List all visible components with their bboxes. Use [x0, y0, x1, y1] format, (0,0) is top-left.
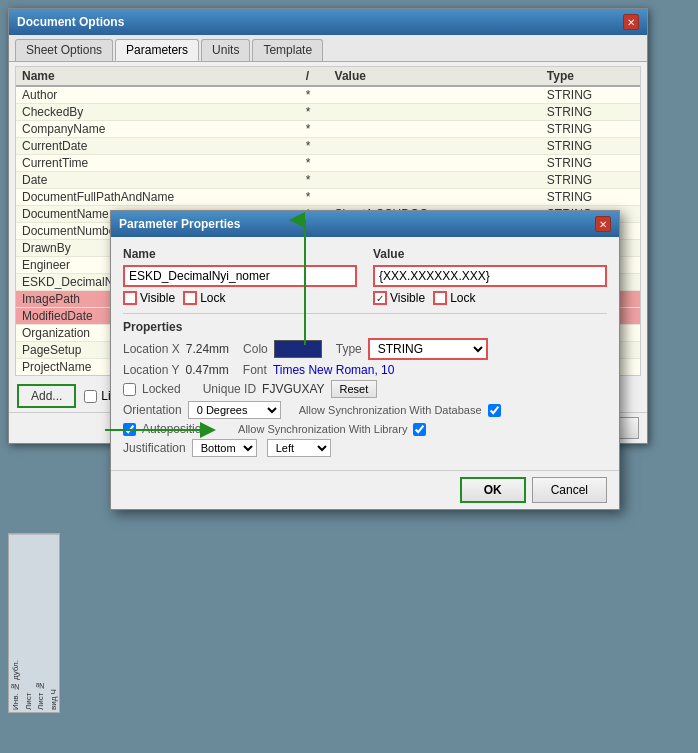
cell-type: STRING: [541, 155, 640, 172]
value-lock-checkbox[interactable]: [433, 291, 447, 305]
cell-slash: *: [300, 121, 329, 138]
location-y-label: Location Y: [123, 363, 180, 377]
param-close-button[interactable]: ✕: [595, 216, 611, 232]
cell-type: STRING: [541, 104, 640, 121]
locked-label: Locked: [142, 382, 181, 396]
justification-label: Justification: [123, 441, 186, 455]
cell-name: CompanyName: [16, 121, 300, 138]
unique-id-value: FJVGUXAY: [262, 382, 324, 396]
add-button[interactable]: Add...: [17, 384, 76, 408]
cell-name: CheckedBy: [16, 104, 300, 121]
value-section: Value Visible Lock: [373, 247, 607, 305]
color-swatch[interactable]: [274, 340, 322, 358]
name-visible-item: Visible: [123, 291, 175, 305]
name-section: Name Visible Lock: [123, 247, 357, 305]
prop-grid: Location X 7.24mm Colo Type STRING INTEG…: [123, 338, 607, 460]
table-row[interactable]: CompanyName * STRING: [16, 121, 640, 138]
cell-name: CurrentTime: [16, 155, 300, 172]
ruler-item-1: вид Ч: [47, 534, 60, 712]
font-link[interactable]: Times New Roman, 10: [273, 363, 395, 377]
location-x-row: Location X 7.24mm Colo Type STRING INTEG…: [123, 338, 501, 360]
autoposition-checkbox[interactable]: [123, 423, 136, 436]
locked-row: Locked Unique ID FJVGUXAY Reset: [123, 380, 501, 398]
col-type-header: Type: [541, 67, 640, 86]
link-to-vault-checkbox[interactable]: [84, 390, 97, 403]
table-row[interactable]: DocumentFullPathAndName * STRING: [16, 189, 640, 206]
cell-slash: *: [300, 86, 329, 104]
name-visible-label: Visible: [140, 291, 175, 305]
allow-sync-lib-checkbox[interactable]: [413, 423, 426, 436]
value-lock-label: Lock: [450, 291, 475, 305]
col-value-header: Value: [329, 67, 541, 86]
cell-slash: *: [300, 138, 329, 155]
param-ok-button[interactable]: OK: [460, 477, 526, 503]
value-visible-label: Visible: [390, 291, 425, 305]
justification-left-select[interactable]: Left Center Right: [267, 439, 331, 457]
name-lock-label: Lock: [200, 291, 225, 305]
param-titlebar: Parameter Properties ✕: [111, 211, 619, 237]
cell-type: STRING: [541, 189, 640, 206]
tab-units[interactable]: Units: [201, 39, 250, 61]
cell-value: [329, 155, 541, 172]
cell-value: [329, 172, 541, 189]
name-visible-checkbox[interactable]: [123, 291, 137, 305]
orientation-select[interactable]: 0 Degrees 90 Degrees 180 Degrees 270 Deg…: [188, 401, 281, 419]
name-input[interactable]: [123, 265, 357, 287]
table-row[interactable]: Author * STRING: [16, 86, 640, 104]
cell-name: CurrentDate: [16, 138, 300, 155]
cell-type: STRING: [541, 138, 640, 155]
param-cancel-button[interactable]: Cancel: [532, 477, 607, 503]
name-lock-checkbox[interactable]: [183, 291, 197, 305]
tab-parameters[interactable]: Parameters: [115, 39, 199, 61]
tab-sheet-options[interactable]: Sheet Options: [15, 39, 113, 61]
reset-button[interactable]: Reset: [331, 380, 378, 398]
cell-slash: *: [300, 189, 329, 206]
name-section-label: Name: [123, 247, 357, 261]
tabs-bar: Sheet Options Parameters Units Template: [9, 35, 647, 62]
ruler-item-2: Лист №: [34, 534, 47, 712]
properties-label: Properties: [123, 320, 607, 334]
param-bottom-bar: OK Cancel: [111, 470, 619, 509]
autoposition-label: Autoposition: [142, 422, 208, 436]
cell-type: STRING: [541, 86, 640, 104]
value-section-label: Value: [373, 247, 607, 261]
justification-bottom-select[interactable]: Bottom Top Middle: [192, 439, 257, 457]
unique-id-row: Unique ID FJVGUXAY Reset: [203, 380, 378, 398]
cell-type: STRING: [541, 121, 640, 138]
col-name-header: Name: [16, 67, 300, 86]
color-label: Colo: [243, 342, 268, 356]
param-content: Name Visible Lock Value: [111, 237, 619, 470]
cell-value: [329, 189, 541, 206]
allow-sync-db-checkbox[interactable]: [488, 404, 501, 417]
tab-template[interactable]: Template: [252, 39, 323, 61]
table-row[interactable]: CurrentDate * STRING: [16, 138, 640, 155]
name-value-row: Name Visible Lock Value: [123, 247, 607, 305]
name-checkboxes: Visible Lock: [123, 291, 357, 305]
value-visible-item: Visible: [373, 291, 425, 305]
cell-name: DocumentFullPathAndName: [16, 189, 300, 206]
main-close-button[interactable]: ✕: [623, 14, 639, 30]
cell-value: [329, 86, 541, 104]
table-row[interactable]: CheckedBy * STRING: [16, 104, 640, 121]
value-checkboxes: Visible Lock: [373, 291, 607, 305]
unique-id-label: Unique ID: [203, 382, 256, 396]
type-select[interactable]: STRING INTEGER FLOAT BOOLEAN: [368, 338, 488, 360]
cell-value: [329, 138, 541, 155]
value-input[interactable]: [373, 265, 607, 287]
location-y-value: 0.47mm: [186, 363, 229, 377]
table-row[interactable]: Date * STRING: [16, 172, 640, 189]
cell-slash: *: [300, 172, 329, 189]
side-ruler: вид Ч Лист № Лист Инв. № дубл.: [8, 533, 60, 713]
value-visible-checkbox[interactable]: [373, 291, 387, 305]
location-y-row: Location Y 0.47mm Font Times New Roman, …: [123, 363, 501, 377]
value-lock-item: Lock: [433, 291, 475, 305]
locked-checkbox[interactable]: [123, 383, 136, 396]
orientation-row: Orientation 0 Degrees 90 Degrees 180 Deg…: [123, 401, 501, 419]
param-dialog: Parameter Properties ✕ Name Visible Lock: [110, 210, 620, 510]
location-x-label: Location X: [123, 342, 180, 356]
table-row[interactable]: CurrentTime * STRING: [16, 155, 640, 172]
cell-slash: *: [300, 155, 329, 172]
type-label: Type: [336, 342, 362, 356]
cell-value: [329, 104, 541, 121]
cell-name: Author: [16, 86, 300, 104]
